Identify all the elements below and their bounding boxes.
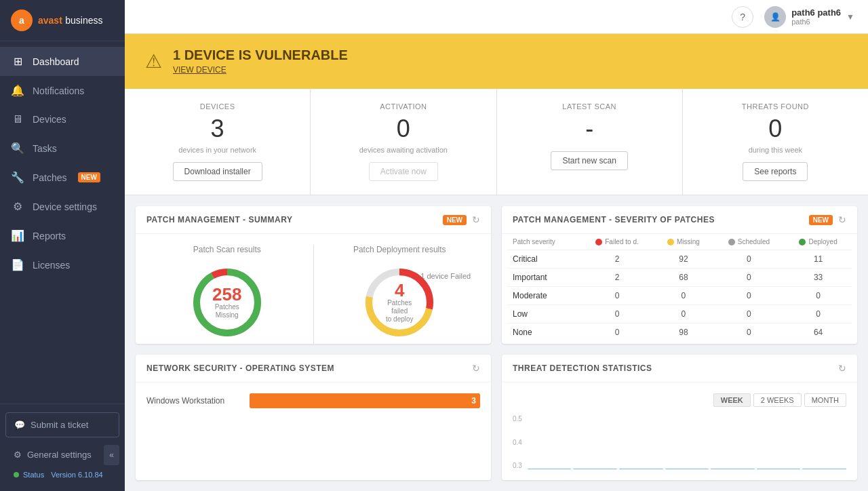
os-bar-fill: 3: [250, 393, 480, 408]
deployed-legend-dot: [799, 239, 806, 246]
sidebar-item-licenses[interactable]: 📄 Licenses: [0, 250, 125, 279]
user-avatar: 👤: [764, 6, 786, 28]
sidebar-bottom-row: ⚙ General settings «: [5, 443, 119, 467]
network-security-header: NETWORK SECURITY - OPERATING SYSTEM ↻: [136, 355, 491, 382]
ticket-icon: 💬: [14, 420, 25, 430]
severity-table-wrap: Patch severity Failed to d.: [502, 234, 857, 344]
stat-latest-scan: LATEST SCAN - Start new scan: [497, 89, 683, 195]
threat-detection-refresh-icon[interactable]: ↻: [838, 363, 846, 374]
sidebar-item-device-settings[interactable]: ⚙ Device settings: [0, 192, 125, 221]
network-security-body: Windows Workstation 3: [136, 382, 491, 425]
chart-bar: [619, 415, 663, 469]
sidebar-item-tasks[interactable]: 🔍 Tasks: [0, 134, 125, 163]
user-info: 👤 path6 path6 path6 ▼: [764, 6, 854, 28]
patch-severity-badge: NEW: [809, 215, 833, 225]
chart-bar: [802, 415, 846, 469]
activate-now-button[interactable]: Activate now: [369, 162, 438, 181]
table-row: None 0 98 0 64: [507, 323, 852, 342]
user-dropdown-arrow[interactable]: ▼: [846, 12, 854, 22]
threat-detection-title: THREAT DETECTION STATISTICS: [513, 364, 652, 373]
missing-legend-dot: [667, 239, 674, 246]
os-bar-track: 3: [250, 393, 480, 408]
threat-tab-month[interactable]: MONTH: [804, 393, 846, 407]
chart-bar: [528, 415, 572, 469]
patch-severity-header: PATCH MANAGEMENT - SEVERITY OF PATCHES N…: [502, 206, 857, 234]
sidebar-item-devices[interactable]: 🖥 Devices: [0, 105, 125, 134]
logo-text: avast business: [38, 14, 103, 26]
status-row: Status Version 6.10.84: [5, 467, 119, 483]
chart-y-labels: 0.5 0.4 0.3: [513, 415, 525, 469]
table-row: Low 0 0 0 0: [507, 305, 852, 323]
user-sub: path6: [791, 18, 841, 26]
avast-logo-icon: a: [11, 9, 33, 31]
collapse-sidebar-button[interactable]: «: [104, 445, 119, 465]
patch-summary-refresh-icon[interactable]: ↻: [472, 214, 480, 225]
tasks-icon: 🔍: [11, 142, 24, 155]
sidebar-item-label: Devices: [33, 114, 66, 125]
scan-donut-chart: 258 Patches Missing: [190, 265, 264, 340]
patch-summary-badge: NEW: [443, 215, 467, 225]
stat-threats: THREATS FOUND 0 during this week See rep…: [683, 89, 868, 195]
stat-devices: DEVICES 3 devices in your network Downlo…: [125, 89, 311, 195]
col-missing: Missing: [654, 234, 713, 250]
general-settings-button[interactable]: ⚙ General settings: [5, 443, 104, 467]
threat-tab-2weeks[interactable]: 2 WEEKS: [753, 393, 802, 407]
sidebar-item-patches[interactable]: 🔧 Patches NEW: [0, 163, 125, 192]
table-row: Moderate 0 0 0 0: [507, 287, 852, 305]
table-row: Important 2 68 0 33: [507, 269, 852, 287]
topbar: ? 👤 path6 path6 path6 ▼: [125, 0, 868, 34]
dashboard-content: PATCH MANAGEMENT - SUMMARY NEW ↻ Patch S…: [125, 195, 868, 491]
sidebar-bottom: 💬 Submit a ticket ⚙ General settings « S…: [0, 404, 125, 491]
threat-detection-body: WEEK 2 WEEKS MONTH 0.5 0.4 0.3: [502, 382, 857, 480]
col-failed: Failed to d.: [580, 234, 654, 250]
alert-title: 1 DEVICE IS VULNERABLE: [173, 47, 348, 63]
panel-divider: [313, 245, 314, 344]
sidebar-item-reports[interactable]: 📊 Reports: [0, 221, 125, 250]
patch-summary-header: PATCH MANAGEMENT - SUMMARY NEW ↻: [136, 206, 491, 234]
status-link[interactable]: Status: [23, 471, 44, 479]
warning-icon: ⚠: [145, 50, 162, 73]
submit-ticket-button[interactable]: 💬 Submit a ticket: [5, 412, 119, 437]
patch-severity-panel: PATCH MANAGEMENT - SEVERITY OF PATCHES N…: [502, 206, 857, 344]
settings-icon: ⚙: [14, 450, 22, 460]
stat-activation: ACTIVATION 0 devices awaiting activation…: [311, 89, 496, 195]
col-scheduled: Scheduled: [713, 234, 785, 250]
patch-summary-body: Patch Scan results 258: [136, 234, 491, 344]
threat-detection-panel: THREAT DETECTION STATISTICS ↻ WEEK 2 WEE…: [502, 355, 857, 480]
start-new-scan-button[interactable]: Start new scan: [551, 151, 627, 170]
patch-summary-title: PATCH MANAGEMENT - SUMMARY: [146, 215, 292, 224]
os-name: Windows Workstation: [146, 396, 241, 406]
help-button[interactable]: ?: [732, 6, 753, 28]
notifications-icon: 🔔: [11, 84, 24, 97]
os-bar-value: 3: [471, 396, 476, 406]
version-text: Version 6.10.84: [51, 471, 102, 479]
chart-bar: [573, 415, 617, 469]
chart-bar: [665, 415, 709, 469]
chart-bar: [757, 415, 801, 469]
sidebar-item-label: Reports: [33, 231, 66, 241]
network-security-panel: NETWORK SECURITY - OPERATING SYSTEM ↻ Wi…: [136, 355, 491, 480]
network-security-refresh-icon[interactable]: ↻: [472, 363, 480, 374]
sidebar-logo: a avast business: [0, 0, 125, 41]
col-severity: Patch severity: [507, 234, 580, 250]
patch-summary-panel: PATCH MANAGEMENT - SUMMARY NEW ↻ Patch S…: [136, 206, 491, 344]
patch-severity-refresh-icon[interactable]: ↻: [838, 214, 846, 225]
sidebar-item-dashboard[interactable]: ⊞ Dashboard: [0, 47, 125, 76]
see-reports-button[interactable]: See reports: [743, 162, 808, 181]
sidebar-item-notifications[interactable]: 🔔 Notifications: [0, 76, 125, 105]
threat-tab-week[interactable]: WEEK: [713, 393, 751, 407]
deploy-donut-chart: 4 Patches failed to deploy: [362, 265, 437, 340]
stats-row: DEVICES 3 devices in your network Downlo…: [125, 89, 868, 195]
sidebar: a avast business ⊞ Dashboard 🔔 Notificat…: [0, 0, 125, 491]
sidebar-item-label: Dashboard: [33, 56, 79, 67]
os-bar-row: Windows Workstation 3: [146, 393, 480, 408]
patches-new-badge: NEW: [78, 172, 100, 182]
download-installer-button[interactable]: Download installer: [173, 162, 262, 181]
scheduled-legend-dot: [728, 239, 735, 246]
chart-bar: [711, 415, 755, 469]
patch-severity-title: PATCH MANAGEMENT - SEVERITY OF PATCHES: [513, 215, 715, 224]
failed-legend-dot: [595, 239, 602, 246]
alert-view-device-link[interactable]: VIEW DEVICE: [173, 65, 226, 75]
sidebar-item-label: Licenses: [33, 260, 70, 271]
sidebar-item-label: Tasks: [33, 143, 57, 154]
